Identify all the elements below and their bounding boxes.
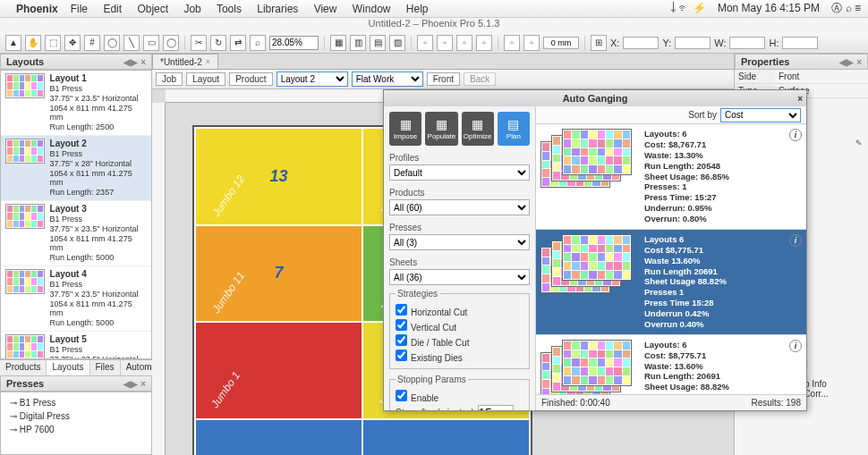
menu-tools[interactable]: Tools [217,3,242,15]
job-button[interactable]: Job [156,72,183,86]
layout-item[interactable]: Layout 4B1 Press37.75" x 23.5" Horizonta… [1,266,151,332]
pointer-tool[interactable]: ▲ [5,35,21,51]
imposition-cell[interactable] [363,420,529,456]
cut-tool[interactable]: ✂ [191,35,207,51]
dialog-title: Auto Ganging [563,93,628,104]
menu-object[interactable]: Object [137,3,168,15]
product-button[interactable]: Product [229,72,272,86]
dist2-icon[interactable]: ▫ [523,35,540,51]
tab-products[interactable]: Products [0,360,47,375]
enable-checkbox[interactable]: Enable [396,390,523,403]
zoom-tool[interactable]: ⌕ [250,35,266,51]
rotate-tool[interactable]: ↻ [210,35,226,51]
h-input[interactable] [782,37,818,49]
menu-file[interactable]: File [71,3,88,15]
back-button[interactable]: Back [464,72,496,86]
menu-help[interactable]: Help [406,3,429,15]
imposition-cell[interactable]: Jumbo 117 [196,226,362,322]
grid2-icon[interactable]: ▥ [350,35,366,51]
menu-job[interactable]: Job [183,3,200,15]
menu-window[interactable]: Window [353,3,391,15]
offset-input[interactable] [543,37,579,49]
align1-icon[interactable]: ▫ [417,35,433,51]
profiles-select[interactable]: Default [389,164,530,181]
wifi-icon[interactable]: ⏚ ᯤ ⚡ [670,2,706,14]
strategy-checkbox[interactable]: Horizontal Cut [396,304,523,317]
dialog-titlebar[interactable]: Auto Ganging × [384,90,806,106]
y-input[interactable] [675,37,711,49]
result-item[interactable]: Layouts 6 Cost $8,775.71 Waste 13.60% Ru… [536,230,806,335]
collapse-icon[interactable]: ◀▶ × [123,57,146,67]
info-icon[interactable]: i [789,340,802,352]
press-item[interactable]: ⊸ B1 Press [1,396,151,409]
zoom-input[interactable] [269,36,319,50]
results-count: Results: 198 [751,398,801,408]
tab-layouts[interactable]: Layouts [47,360,89,375]
layout-button[interactable]: Layout [186,72,226,86]
collapse-icon[interactable]: ◀▶ × [123,379,146,389]
mode-optimize[interactable]: ▦Optimize [462,112,494,146]
info-icon[interactable]: i [789,234,802,247]
stopping-legend: Stopping Params [396,375,468,384]
window-title: Untitled-2 – Phoenix Pro 5.1.3 [0,18,868,32]
strategy-checkbox[interactable]: Die / Table Cut [396,334,523,348]
grid3-icon[interactable]: ▤ [370,35,386,51]
mode-populate[interactable]: ▦Populate [425,112,457,146]
result-item[interactable]: Layouts: 6 Cost: $8,767.71 Waste: 13.30%… [536,124,806,230]
collapse-icon[interactable]: ◀▶ × [839,57,862,67]
layout-select[interactable]: Layout 2 [277,72,348,87]
front-button[interactable]: Front [427,72,460,86]
sort-select[interactable]: Cost [720,108,801,122]
worktype-select[interactable]: Flat Work [352,72,423,87]
line-tool[interactable]: ╲ [123,35,140,51]
presses-select[interactable]: All (3) [389,234,530,250]
dist1-icon[interactable]: ▫ [504,35,520,51]
grid4-icon[interactable]: ▧ [389,35,405,51]
edit-icon[interactable]: ✎ [855,139,863,147]
imposition-cell[interactable] [196,420,362,456]
flip-tool[interactable]: ⇄ [230,35,246,51]
spotlight-icon[interactable]: Ⓐ ⌕ ≡ [831,2,861,14]
sheets-select[interactable]: All (36) [389,269,530,285]
move-tool[interactable]: ✥ [64,35,81,51]
hand-tool[interactable]: ✋ [25,35,41,51]
align4-icon[interactable]: ▫ [476,35,492,51]
info-icon[interactable]: i [789,129,802,141]
mode-impose[interactable]: ▦Impose [389,112,421,146]
close-icon[interactable]: × [797,94,803,104]
strategy-checkbox[interactable]: Vertical Cut [396,319,523,333]
shape-tool[interactable]: ◯ [104,35,120,51]
products-select[interactable]: All (60) [389,199,530,215]
align2-icon[interactable]: ▫ [437,35,453,51]
menu-edit[interactable]: Edit [103,3,122,15]
layout-item[interactable]: Layout 5B1 Press37.75" x 23.5" Horizonta… [1,332,151,359]
result-item[interactable]: Layouts: 6 Cost: $8,775.71 Waste: 13.60%… [536,335,806,394]
align3-icon[interactable]: ▫ [456,35,472,51]
rect-tool[interactable]: ▭ [143,35,159,51]
layout-item[interactable]: Layout 1B1 Press37.75" x 23.5" Horizonta… [1,71,151,136]
doc-tab[interactable]: *Untitled-2 × [152,54,218,69]
grid1-icon[interactable]: ▦ [330,35,346,51]
grid-tool[interactable]: # [84,35,100,51]
app-name[interactable]: Phoenix [16,3,58,15]
tab-files[interactable]: Files [90,360,121,375]
mode-plan[interactable]: ▤Plan [498,112,530,146]
imposition-cell[interactable]: Jumbo 1 [196,323,362,418]
select-tool[interactable]: ⬚ [45,35,61,51]
w-input[interactable] [729,37,765,49]
layouts-panel-header: Layouts ◀▶ × [0,54,152,70]
strategy-checkbox[interactable]: Existing Dies [396,350,523,363]
menu-libraries[interactable]: Libraries [257,3,298,15]
layout-item[interactable]: Layout 3B1 Press37.75" x 23.5" Horizonta… [1,201,151,266]
snap-icon[interactable]: ⊞ [591,35,607,51]
ellipse-tool[interactable]: ◯ [163,35,179,51]
press-item[interactable]: ⊸ Digital Press [1,409,151,423]
press-item[interactable]: ⊸ HP 7600 [1,423,151,436]
layout-thumb [5,73,45,98]
close-icon[interactable]: × [206,57,210,66]
x-input[interactable] [623,37,659,49]
imposition-cell[interactable]: Jumbo 1213 [196,129,362,224]
stopafter-input[interactable] [478,405,514,410]
layout-item[interactable]: Layout 2B1 Press37.75" x 28" Horizontal1… [1,136,151,201]
menu-view[interactable]: View [314,3,337,15]
